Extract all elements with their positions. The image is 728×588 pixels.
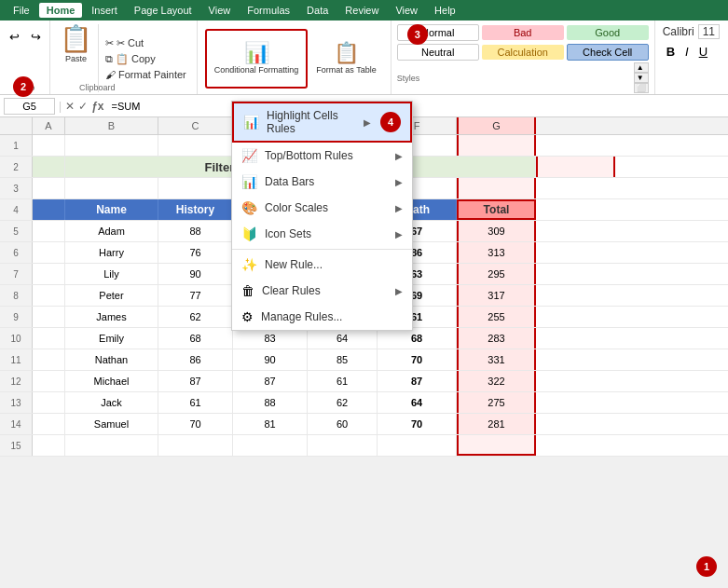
menu-file[interactable]: File bbox=[6, 3, 37, 18]
col-header-g[interactable]: G bbox=[457, 117, 536, 134]
cell-a[interactable] bbox=[33, 371, 65, 391]
cell-a[interactable] bbox=[33, 349, 65, 370]
cell-total[interactable]: 313 bbox=[457, 242, 536, 263]
cell-a[interactable] bbox=[33, 307, 65, 327]
cell-history[interactable]: 76 bbox=[158, 242, 233, 263]
menu-formulas[interactable]: Formulas bbox=[240, 3, 297, 18]
menu-view[interactable]: View bbox=[201, 3, 239, 18]
cell-math[interactable]: 70 bbox=[378, 414, 457, 434]
cell-a[interactable] bbox=[33, 414, 65, 434]
cell-name[interactable]: Peter bbox=[65, 285, 158, 306]
cell-name[interactable]: Emily bbox=[65, 328, 158, 349]
cell-total[interactable]: 322 bbox=[457, 371, 536, 391]
calculation-style-button[interactable]: Calculation bbox=[482, 45, 564, 60]
header-total[interactable]: Total bbox=[457, 199, 536, 220]
scroll-up-icon[interactable]: ▲ bbox=[634, 62, 649, 73]
cell-history[interactable]: 86 bbox=[158, 349, 233, 370]
cut-button[interactable]: ✂ ✂ Cut bbox=[103, 36, 189, 50]
cell-a[interactable] bbox=[33, 328, 65, 349]
format-painter-button[interactable]: 🖌 Format Painter bbox=[103, 68, 189, 81]
cell-history[interactable]: 88 bbox=[158, 221, 233, 241]
cell-total[interactable]: 255 bbox=[457, 307, 536, 327]
menu-insert[interactable]: Insert bbox=[84, 3, 125, 18]
redo-button[interactable]: ↪ bbox=[25, 26, 46, 47]
cell-name[interactable]: Michael bbox=[65, 371, 158, 391]
italic-button[interactable]: I bbox=[681, 43, 693, 61]
cell-history[interactable]: 87 bbox=[158, 371, 233, 391]
menu-review[interactable]: Review bbox=[337, 3, 386, 18]
cell-total[interactable]: 317 bbox=[457, 285, 536, 306]
scroll-expand-icon[interactable]: ⬜ bbox=[634, 83, 649, 93]
check-cell-style-button[interactable]: Check Cell bbox=[567, 44, 649, 61]
menu-help[interactable]: Help bbox=[427, 3, 463, 18]
highlight-cells-rules-item[interactable]: 📊 Highlight Cells Rules ▶ 4 bbox=[232, 102, 412, 143]
cell-math[interactable]: 64 bbox=[378, 392, 457, 413]
cell-history[interactable]: 70 bbox=[158, 414, 233, 434]
col-header-a[interactable]: A bbox=[33, 117, 65, 134]
cell-science[interactable]: 87 bbox=[233, 371, 308, 391]
top-bottom-rules-item[interactable]: 📈 Top/Bottom Rules ▶ bbox=[232, 143, 412, 169]
cell-science[interactable]: 81 bbox=[233, 414, 308, 434]
cell-name[interactable]: Nathan bbox=[65, 349, 158, 370]
cell-a[interactable] bbox=[33, 264, 65, 284]
cell-biology[interactable]: 61 bbox=[308, 371, 378, 391]
cancel-formula-icon[interactable]: ✕ bbox=[65, 100, 75, 113]
cell-science[interactable]: 83 bbox=[233, 328, 308, 349]
cell-history[interactable]: 68 bbox=[158, 328, 233, 349]
cell-biology[interactable]: 60 bbox=[308, 414, 378, 434]
cell-history[interactable]: 77 bbox=[158, 285, 233, 306]
cell-history[interactable]: 90 bbox=[158, 264, 233, 284]
bold-button[interactable]: B bbox=[663, 43, 679, 61]
bad-style-button[interactable]: Bad bbox=[482, 25, 564, 40]
cell-a[interactable] bbox=[33, 285, 65, 306]
cell-g1[interactable] bbox=[457, 135, 536, 156]
cell-a1[interactable] bbox=[33, 135, 65, 156]
cell-biology[interactable]: 62 bbox=[308, 392, 378, 413]
conditional-formatting-button[interactable]: 📊 Conditional Formatting bbox=[205, 29, 309, 89]
title-cell[interactable] bbox=[33, 157, 65, 177]
cell-science[interactable]: 90 bbox=[233, 349, 308, 370]
cell-a[interactable] bbox=[33, 392, 65, 413]
cell-total[interactable]: 331 bbox=[457, 349, 536, 370]
menu-home[interactable]: Home bbox=[39, 3, 83, 18]
new-rule-item[interactable]: ✨ New Rule... bbox=[232, 252, 412, 278]
cell-math[interactable]: 68 bbox=[378, 328, 457, 349]
col-header-c[interactable]: C bbox=[158, 117, 233, 134]
cell-name[interactable]: Adam bbox=[65, 221, 158, 241]
data-bars-item[interactable]: 📊 Data Bars ▶ bbox=[232, 169, 412, 195]
menu-view2[interactable]: View bbox=[388, 3, 425, 18]
scroll-down-icon[interactable]: ▼ bbox=[634, 73, 649, 83]
cell-history[interactable]: 62 bbox=[158, 307, 233, 327]
neutral-style-button[interactable]: Neutral bbox=[397, 44, 479, 61]
header-name[interactable]: Name bbox=[65, 199, 158, 220]
cell-a[interactable] bbox=[33, 221, 65, 241]
paste-button[interactable]: 📋 bbox=[58, 24, 94, 54]
cell-c1[interactable] bbox=[158, 135, 233, 156]
manage-rules-item[interactable]: ⚙ Manage Rules... bbox=[232, 304, 412, 330]
cell-total[interactable]: 275 bbox=[457, 392, 536, 413]
cell-history[interactable]: 61 bbox=[158, 392, 233, 413]
cell-a[interactable] bbox=[33, 242, 65, 263]
undo-button[interactable]: ↩ bbox=[4, 26, 24, 47]
confirm-formula-icon[interactable]: ✓ bbox=[78, 100, 88, 113]
cell-name[interactable]: Harry bbox=[65, 242, 158, 263]
color-scales-item[interactable]: 🎨 Color Scales ▶ bbox=[232, 195, 412, 221]
good-style-button[interactable]: Good bbox=[567, 25, 649, 40]
cell-name[interactable]: Lily bbox=[65, 264, 158, 284]
insert-function-icon[interactable]: ƒx bbox=[91, 100, 103, 113]
cell-b1[interactable] bbox=[65, 135, 158, 156]
format-table-button[interactable]: 📋 Format as Table bbox=[309, 29, 382, 89]
menu-data[interactable]: Data bbox=[299, 3, 336, 18]
cell-total[interactable]: 295 bbox=[457, 264, 536, 284]
cell-reference-input[interactable] bbox=[4, 98, 55, 115]
cell-math[interactable]: 70 bbox=[378, 349, 457, 370]
clear-rules-item[interactable]: 🗑 Clear Rules ▶ bbox=[232, 278, 412, 304]
icon-sets-item[interactable]: 🔰 Icon Sets ▶ bbox=[232, 221, 412, 247]
cell-biology[interactable]: 64 bbox=[308, 328, 378, 349]
cell-science[interactable]: 88 bbox=[233, 392, 308, 413]
cell-total[interactable]: 283 bbox=[457, 328, 536, 349]
cell-total[interactable]: 281 bbox=[457, 414, 536, 434]
cell-name[interactable]: Samuel bbox=[65, 414, 158, 434]
formula-input[interactable] bbox=[107, 101, 724, 112]
cell-name[interactable]: Jack bbox=[65, 392, 158, 413]
